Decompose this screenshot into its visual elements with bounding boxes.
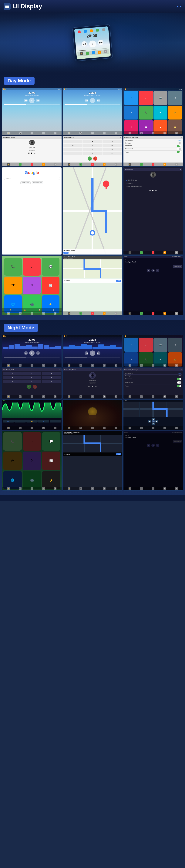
- night-prev-2[interactable]: ◀◀: [85, 351, 88, 355]
- key-5[interactable]: 5: [83, 144, 102, 147]
- dock-item[interactable]: 📻: [24, 309, 26, 311]
- local-play-btn[interactable]: ▶: [152, 189, 154, 191]
- night-pause-2[interactable]: ⏸: [90, 350, 95, 356]
- ng-btn-1[interactable]: EQ: [3, 420, 14, 423]
- google-search-box[interactable]: Search...: [4, 177, 60, 180]
- key-hash[interactable]: #: [103, 152, 122, 155]
- night-key-7[interactable]: 7: [3, 380, 22, 383]
- call-btn[interactable]: 📞: [87, 156, 92, 161]
- night-prev-track[interactable]: ⏮: [88, 385, 90, 387]
- auto-answer-toggle[interactable]: [177, 145, 181, 147]
- night-messages-icon[interactable]: 💬: [42, 432, 60, 451]
- night-prev-1[interactable]: ◀◀: [24, 351, 28, 355]
- key-7[interactable]: 7: [63, 148, 82, 151]
- phone-app[interactable]: 📞: [139, 105, 153, 120]
- night-pause-1[interactable]: ⏸: [29, 350, 34, 356]
- phone-icon[interactable]: 📞: [4, 258, 22, 275]
- end-call-btn[interactable]: 📞: [93, 156, 98, 161]
- night-np-next[interactable]: ⏭: [156, 444, 159, 447]
- close-icon[interactable]: ✕: [181, 137, 182, 138]
- night-next-track[interactable]: ⏭: [95, 385, 97, 387]
- key-0[interactable]: 0: [83, 152, 102, 155]
- night-close-settings[interactable]: ✕: [181, 369, 182, 371]
- night-key-4[interactable]: 4: [3, 376, 22, 379]
- music-icon[interactable]: ♪: [23, 258, 41, 275]
- night-auto-answer-toggle[interactable]: [177, 378, 181, 380]
- night-close-btn[interactable]: ✕: [120, 369, 122, 371]
- local-music-close[interactable]: ✕: [180, 169, 181, 170]
- night-app-1[interactable]: ✈: [124, 338, 138, 352]
- news-icon[interactable]: 📰: [42, 277, 59, 294]
- night-go-btn[interactable]: GO: [116, 453, 122, 455]
- night-next-2[interactable]: ▶▶: [97, 351, 100, 355]
- up-btn[interactable]: ▲: [152, 418, 155, 420]
- night-app-3[interactable]: 📷: [154, 338, 168, 352]
- night-key-6[interactable]: 6: [42, 376, 61, 379]
- night-auto-connect-toggle[interactable]: [177, 381, 181, 384]
- night-play-track[interactable]: ▶: [92, 385, 93, 387]
- key-2[interactable]: 2: [83, 140, 102, 143]
- np-next[interactable]: ⏭: [156, 269, 159, 272]
- night-maps-icon[interactable]: 🗺: [3, 452, 22, 470]
- options-icon[interactable]: ⋯: [177, 4, 181, 9]
- settings-app[interactable]: ⚙: [168, 91, 182, 105]
- close-icon[interactable]: ✕: [59, 137, 60, 138]
- music-app[interactable]: ♪: [139, 91, 153, 105]
- photos-app[interactable]: 📷: [154, 91, 168, 105]
- maps-app[interactable]: 🗺: [154, 105, 168, 120]
- key-6[interactable]: 6: [103, 144, 122, 147]
- ng-btn-2[interactable]: ♪: [14, 420, 26, 423]
- night-news-icon[interactable]: 📰: [42, 452, 60, 470]
- menu-button[interactable]: [4, 3, 10, 10]
- lucky-btn[interactable]: I'm Feeling Lucky: [32, 181, 43, 184]
- pause-btn-2[interactable]: ⏸: [90, 98, 95, 103]
- down-btn[interactable]: ▼: [152, 423, 155, 425]
- key-star[interactable]: *: [63, 152, 82, 155]
- night-key-5[interactable]: 5: [22, 376, 41, 379]
- next-track-btn[interactable]: ⏭: [34, 152, 36, 154]
- night-music-icon[interactable]: ♪: [23, 432, 41, 451]
- close-icon[interactable]: ✕: [120, 137, 122, 138]
- music-item-1[interactable]: ▶ 华乐_经典.mp3: [125, 179, 181, 182]
- auto-connect-toggle[interactable]: [177, 148, 181, 150]
- night-key-2[interactable]: 2: [22, 372, 41, 375]
- night-flower-toggle[interactable]: [177, 385, 181, 387]
- night-phone-icon[interactable]: 📞: [3, 432, 22, 451]
- night-close-icon[interactable]: ✕: [59, 369, 60, 371]
- night-end-btn[interactable]: 📞: [33, 384, 37, 389]
- play-pause-btn[interactable]: ▶: [31, 152, 33, 154]
- dock-item[interactable]: ⚙: [53, 309, 55, 311]
- music-item-3[interactable]: ♪ 华乐_Dragons Show.mp3: [125, 185, 181, 188]
- skip-fwd-btn[interactable]: ▶▶: [36, 99, 40, 102]
- night-app-2[interactable]: ♪: [139, 338, 153, 352]
- dock-item[interactable]: 🏠: [38, 309, 41, 311]
- ng-btn-5[interactable]: ≡: [50, 420, 61, 423]
- bt-app[interactable]: B: [124, 105, 138, 120]
- night-app-4[interactable]: ⚙: [168, 338, 182, 352]
- pause-btn[interactable]: ⏸: [29, 98, 34, 103]
- left-btn[interactable]: ◀: [148, 421, 151, 423]
- prev-button[interactable]: ◀◀: [81, 41, 87, 47]
- night-key-1[interactable]: 1: [3, 372, 22, 375]
- np-prev[interactable]: ⏮: [147, 269, 150, 272]
- radio-app[interactable]: 📻: [168, 105, 182, 120]
- local-next-btn[interactable]: ⏭: [155, 189, 157, 191]
- night-np-prev[interactable]: ⏮: [147, 444, 150, 447]
- go-button[interactable]: GO: [63, 252, 69, 254]
- key-8[interactable]: 8: [83, 148, 102, 151]
- prev-track-btn[interactable]: ⏮: [28, 152, 30, 154]
- right-btn[interactable]: ▶: [155, 421, 158, 423]
- messages-icon[interactable]: 💬: [42, 258, 59, 275]
- night-key-3[interactable]: 3: [42, 372, 61, 375]
- prev-btn[interactable]: ◀◀: [85, 99, 88, 102]
- google-search-btn[interactable]: Google Search: [20, 181, 31, 184]
- go-btn-2[interactable]: GO: [116, 280, 122, 282]
- maps-icon[interactable]: 🗺: [4, 277, 22, 294]
- night-key-9[interactable]: 9: [42, 380, 61, 383]
- podcasts-icon[interactable]: 🎙: [23, 277, 41, 294]
- key-4[interactable]: 4: [63, 144, 82, 147]
- music-item-2[interactable]: ♪ 华乐.mp3: [125, 182, 181, 185]
- local-prev-btn[interactable]: ⏮: [149, 189, 151, 191]
- night-next-1[interactable]: ▶▶: [36, 351, 40, 355]
- night-podcasts-icon[interactable]: 🎙: [23, 452, 41, 470]
